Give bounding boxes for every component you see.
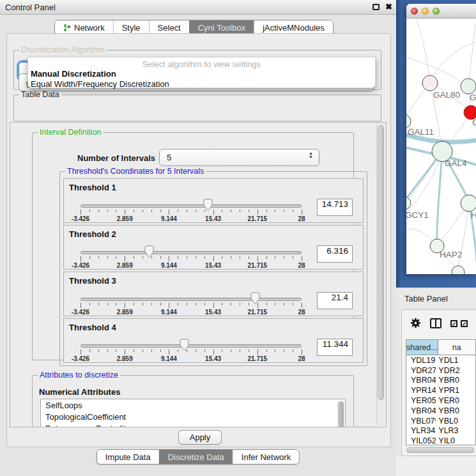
numerical-attributes-list: SelfLoopsTopologicalCoefficientBetweenne… [40, 399, 346, 427]
network-node-h[interactable] [461, 195, 476, 211]
table-toolbar: ✓ ✓ [402, 310, 476, 339]
table-cell[interactable]: YBR0 [436, 406, 475, 415]
table-horizontal-scrollbar[interactable] [406, 447, 475, 454]
attribute-item-betweennesscentrality[interactable]: BetweennessCentrality [41, 422, 345, 427]
bottom-tab-discretize-data[interactable]: Discretize Data [159, 450, 233, 464]
slider-tick [151, 210, 152, 212]
slider-track[interactable] [81, 298, 302, 301]
zoom-traffic-light[interactable] [433, 8, 440, 15]
bottom-tab-infer-network[interactable]: Infer Network [233, 450, 299, 464]
slider-tick [231, 303, 231, 305]
table-cell[interactable]: YDL19... [406, 356, 436, 365]
slider-track[interactable] [81, 344, 302, 348]
threshold-panel-4: Threshold 4-3.4262.8599.14415.4321.71528… [63, 318, 364, 363]
table-cell[interactable]: YBR0 [436, 376, 475, 385]
slider-tick [257, 210, 258, 215]
slider-tick [293, 303, 293, 305]
slider-tick [204, 349, 205, 352]
table-cell[interactable]: YLR345W [406, 426, 436, 435]
tab-jactivemnodules[interactable]: jActiveMNodules [254, 20, 333, 35]
dropdown-option-manual-discretization[interactable]: Manual Discretization [28, 69, 375, 79]
gear-icon[interactable] [410, 318, 421, 328]
bottom-tab-impute-data[interactable]: Impute Data [97, 450, 159, 464]
network-node[interactable] [452, 266, 464, 274]
network-node-label: HAP2 [440, 250, 462, 259]
table-cell[interactable]: YBR043C [406, 376, 436, 385]
table-row[interactable]: YDR27...YDR2 [406, 365, 475, 376]
threshold-value-input[interactable]: 21.4 [317, 292, 353, 309]
slider-tick-label: 2.859 [117, 262, 133, 269]
table-cell[interactable]: YPR1 [436, 386, 475, 395]
number-of-intervals-combobox[interactable]: 5 ▲▼ [159, 149, 319, 166]
table-cell[interactable]: YIL052C [406, 436, 436, 445]
slider-tick [293, 210, 293, 212]
threshold-panel-3: Threshold 3-3.4262.8599.14415.4321.71528… [63, 272, 364, 316]
slider-thumb[interactable] [144, 245, 154, 258]
table-row[interactable]: YLR345WYLR3 [406, 426, 475, 436]
table-cell[interactable]: YBL079W [406, 417, 436, 426]
table-row[interactable]: YDL19...YDL1 [406, 355, 475, 365]
network-node-gal80[interactable] [422, 75, 438, 91]
table-cell[interactable]: YBL0 [436, 417, 475, 426]
float-window-icon[interactable] [372, 4, 380, 10]
network-node-gcy1[interactable] [406, 197, 411, 210]
tab-cyni-toolbox[interactable]: Cyni Toolbox [189, 20, 254, 35]
threshold-value-input[interactable]: 11.344 [317, 339, 353, 356]
slider-track[interactable] [81, 204, 302, 208]
table-row[interactable]: YPR145WYPR1 [406, 385, 475, 395]
table-row[interactable]: YBR043CYBR0 [406, 376, 475, 386]
table-cell[interactable]: YER0 [436, 396, 475, 405]
slider-tick [98, 210, 99, 212]
table-cell[interactable]: YDR2 [436, 366, 475, 375]
table-cell[interactable]: YER054C [406, 396, 436, 405]
table-cell[interactable]: YDR27... [406, 366, 436, 375]
table-row[interactable]: YBR045CYBR0 [406, 406, 475, 416]
column-header-shared[interactable]: shared... [406, 340, 438, 355]
table-cell[interactable]: YIL0 [436, 436, 475, 445]
table-cell[interactable]: YDL1 [436, 356, 475, 365]
control-panel-titlebar: Control Panel ✖ [0, 0, 396, 15]
attribute-item-topologicalcoefficient[interactable]: TopologicalCoefficient [41, 411, 345, 422]
network-node-gal11[interactable] [406, 114, 411, 128]
table-row[interactable]: YBL079WYBL0 [406, 416, 475, 426]
table-row[interactable]: YIL052CYIL0 [406, 436, 475, 445]
close-traffic-light[interactable] [411, 8, 418, 15]
slider-tick [134, 349, 134, 352]
tab-style[interactable]: Style [113, 20, 149, 35]
slider-tick [240, 210, 240, 212]
settings-vertical-scrollbar[interactable] [376, 124, 385, 426]
tab-select[interactable]: Select [149, 20, 189, 35]
slider-track[interactable] [81, 251, 302, 254]
threshold-value-input[interactable]: 14.713 [317, 199, 353, 216]
checkbox-icon-2[interactable]: ✓ [461, 320, 468, 327]
slider-tick [213, 210, 214, 215]
table-cell[interactable]: YLR3 [436, 426, 475, 435]
network-canvas[interactable]: GAL80GACGAL11GAL4GCY1HHAP2 [406, 19, 476, 274]
table-cell[interactable]: YPR145W [406, 386, 436, 395]
close-icon[interactable]: ✖ [385, 2, 392, 12]
slider-thumb[interactable] [250, 292, 260, 305]
slider-thumb[interactable] [180, 339, 189, 351]
attribute-item-selfloops[interactable]: SelfLoops [41, 399, 345, 411]
attributes-scrollbar[interactable] [337, 401, 344, 427]
slider-thumb[interactable] [203, 199, 213, 211]
column-header-na[interactable]: na [438, 340, 475, 355]
slider-tick [142, 210, 143, 212]
table-row[interactable]: YER054CYER0 [406, 395, 475, 406]
panel-title: Control Panel [5, 3, 56, 12]
slider-tick [284, 349, 284, 352]
number-of-intervals-value: 5 [167, 153, 171, 162]
slider-tick [151, 303, 152, 305]
split-columns-icon[interactable] [430, 318, 441, 328]
dropdown-option-equal-width-frequency-discretization[interactable]: Equal Width/Frequency Discretization [28, 79, 375, 89]
slider-tick [116, 210, 116, 212]
checkbox-icon-1[interactable]: ✓ [450, 320, 457, 327]
threshold-value-input[interactable]: 6.316 [317, 245, 353, 263]
network-node-ga[interactable] [461, 79, 476, 94]
slider-tick [196, 303, 196, 305]
slider-tick [178, 349, 178, 352]
minimize-traffic-light[interactable] [422, 8, 429, 15]
table-cell[interactable]: YBR045C [406, 406, 436, 415]
tab-network[interactable]: Network [55, 20, 113, 35]
apply-button[interactable]: Apply [178, 430, 222, 445]
